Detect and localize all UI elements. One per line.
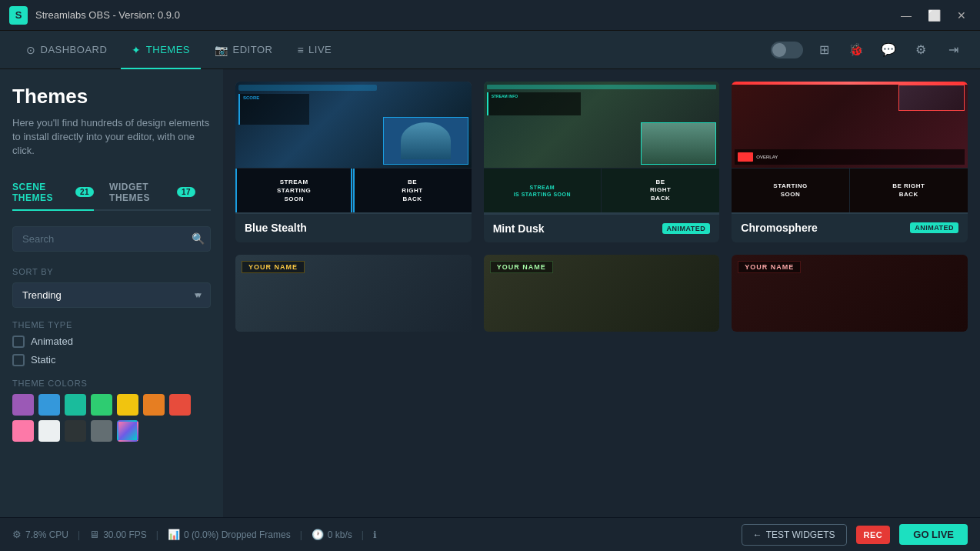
partial-card-1[interactable]: YOUR NAME <box>235 255 472 332</box>
theme-card-chromosphere[interactable]: OVERLAY STARTINGSOON BE RIGHTBACK <box>732 82 968 242</box>
minimize-button[interactable]: — <box>895 8 917 23</box>
color-rainbow[interactable] <box>117 420 138 442</box>
rec-button[interactable]: REC <box>856 526 891 544</box>
tab-scene-badge: 21 <box>75 187 94 197</box>
cpu-value: 7.8% CPU <box>25 529 68 540</box>
sep-1: | <box>78 529 80 540</box>
accent-line-left2 <box>353 169 355 212</box>
bottom-right-controls: ← TEST WIDGETS REC GO LIVE <box>742 524 968 546</box>
accent-line-right <box>351 169 352 212</box>
color-swatches <box>12 394 211 442</box>
info-item[interactable]: ℹ <box>373 529 377 540</box>
partial-card-3[interactable]: YOUR NAME <box>732 255 968 332</box>
static-checkbox[interactable] <box>12 354 25 366</box>
chromosphere-name: Chromosphere <box>741 222 818 234</box>
tab-scene-label: SCENE THEMES <box>12 182 71 203</box>
bottom-bar: ⚙ 7.8% CPU | 🖥 30.00 FPS | 📊 0 (0.0%) Dr… <box>0 517 980 551</box>
test-arrow-icon: ← <box>753 529 762 540</box>
nav-label-dashboard: DASHBOARD <box>41 44 108 55</box>
editor-icon: 📷 <box>215 44 228 56</box>
your-name-3: YOUR NAME <box>738 261 801 273</box>
test-widgets-button[interactable]: ← TEST WIDGETS <box>742 524 847 546</box>
color-gray[interactable] <box>91 420 112 442</box>
tab-scene-themes[interactable]: SCENE THEMES 21 <box>12 175 94 209</box>
chromosphere-preview: OVERLAY STARTINGSOON BE RIGHTBACK <box>732 82 968 214</box>
fps-stat: 🖥 30.00 FPS <box>89 529 147 540</box>
sort-select-wrapper: Trending ▼ <box>12 282 211 308</box>
maximize-button[interactable]: ⬜ <box>923 8 945 23</box>
partial-preview-2: YOUR NAME <box>484 255 720 332</box>
mint-dusk-name: Mint Dusk <box>493 222 545 235</box>
themes-icon: ✦ <box>132 44 142 56</box>
mint-dusk-preview: STREAM INFO STREAMIS STARTING SOON BERIG… <box>484 82 720 215</box>
sort-chevron-icon: ▼ <box>193 291 201 299</box>
accent-line-left <box>235 169 237 212</box>
go-live-button[interactable]: GO LIVE <box>899 524 968 545</box>
sidebar: Themes Here you'll find hundreds of desi… <box>0 69 223 517</box>
color-pink[interactable] <box>12 420 34 442</box>
color-black[interactable] <box>65 420 86 442</box>
chromosphere-panel-2: BE RIGHTBACK <box>850 168 968 212</box>
fps-value: 30.00 FPS <box>103 529 147 540</box>
blue-stealth-panel-2: BE RIGHT BACK <box>353 168 471 212</box>
sort-by-section: SORT BY Trending ▼ <box>12 267 211 308</box>
page-subtitle: Here you'll find hundreds of design elem… <box>12 116 211 159</box>
theme-card-blue-stealth[interactable]: SCORE STREAM STARTING SOON <box>235 82 472 242</box>
color-label: THEME COLORS <box>12 379 211 388</box>
nav-right-controls: ⊞ 🐞 💬 ⚙ ⇥ <box>771 38 965 62</box>
color-green[interactable] <box>91 394 112 416</box>
color-purple[interactable] <box>12 394 34 416</box>
blue-stealth-subpanels: STREAM STARTING SOON BE RIGHT BACK <box>235 168 472 212</box>
static-label: Static <box>31 354 56 366</box>
nav-item-themes[interactable]: ✦ THEMES <box>121 31 201 69</box>
color-red[interactable] <box>169 394 191 416</box>
search-input[interactable] <box>12 226 211 252</box>
live-icon: ≡ <box>297 44 304 56</box>
color-white[interactable] <box>38 420 60 442</box>
app-logo: S <box>9 6 28 25</box>
info-icon[interactable]: ℹ <box>373 529 377 540</box>
dropped-stat: 📊 0 (0.0%) Dropped Frames <box>168 529 291 540</box>
cpu-icon: ⚙ <box>12 529 22 540</box>
tab-widget-themes[interactable]: WIDGET THEMES 17 <box>109 175 195 209</box>
collapse-icon[interactable]: ⇥ <box>942 38 965 62</box>
window-controls: — ⬜ ✕ <box>895 8 972 23</box>
search-button[interactable]: 🔍 <box>192 232 205 245</box>
partial-card-2[interactable]: YOUR NAME <box>484 255 720 332</box>
bandwidth-value: 0 kb/s <box>328 529 352 540</box>
toggle-knob <box>772 43 786 57</box>
nav-label-themes: THEMES <box>146 44 190 55</box>
static-checkbox-item[interactable]: Static <box>12 354 211 366</box>
discord-icon[interactable]: 💬 <box>877 38 900 62</box>
mode-toggle[interactable] <box>771 42 803 58</box>
bug-icon[interactable]: 🐞 <box>845 38 868 62</box>
color-blue[interactable] <box>38 394 60 416</box>
color-yellow[interactable] <box>117 394 138 416</box>
nav-label-live: LIVE <box>308 44 332 55</box>
nav-item-editor[interactable]: 📷 EDITOR <box>204 31 283 69</box>
grid-view-button[interactable]: ⊞ <box>812 38 835 62</box>
theme-tabs: SCENE THEMES 21 WIDGET THEMES 17 <box>12 175 211 211</box>
nav-bar: ⊙ DASHBOARD ✦ THEMES 📷 EDITOR ≡ LIVE ⊞ 🐞… <box>0 31 980 69</box>
app-title: Streamlabs OBS - Version: 0.9.0 <box>35 9 180 21</box>
nav-item-dashboard[interactable]: ⊙ DASHBOARD <box>15 31 118 69</box>
your-name-1: YOUR NAME <box>242 261 305 273</box>
mint-dusk-badge: ANIMATED <box>662 223 711 234</box>
color-teal[interactable] <box>65 394 86 416</box>
blue-stealth-name: Blue Stealth <box>245 222 307 234</box>
mint-dusk-subpanels: STREAMIS STARTING SOON BERIGHTBACK <box>484 168 720 212</box>
chromosphere-subpanels: STARTINGSOON BE RIGHTBACK <box>732 168 968 212</box>
color-orange[interactable] <box>143 394 165 416</box>
fps-icon: 🖥 <box>89 529 99 540</box>
animated-checkbox-item[interactable]: Animated <box>12 336 211 348</box>
mint-dusk-panel-2: BERIGHTBACK <box>602 168 719 212</box>
dashboard-icon: ⊙ <box>26 44 36 56</box>
theme-card-mint-dusk[interactable]: STREAM INFO STREAMIS STARTING SOON BERIG… <box>484 82 720 242</box>
settings-icon[interactable]: ⚙ <box>909 38 932 62</box>
theme-type-section: THEME TYPE Animated Static <box>12 320 211 366</box>
animated-checkbox[interactable] <box>12 336 25 348</box>
bandwidth-icon: 🕐 <box>312 529 324 540</box>
close-button[interactable]: ✕ <box>951 8 972 23</box>
nav-item-live[interactable]: ≡ LIVE <box>286 31 342 69</box>
search-box: 🔍 <box>12 226 211 252</box>
